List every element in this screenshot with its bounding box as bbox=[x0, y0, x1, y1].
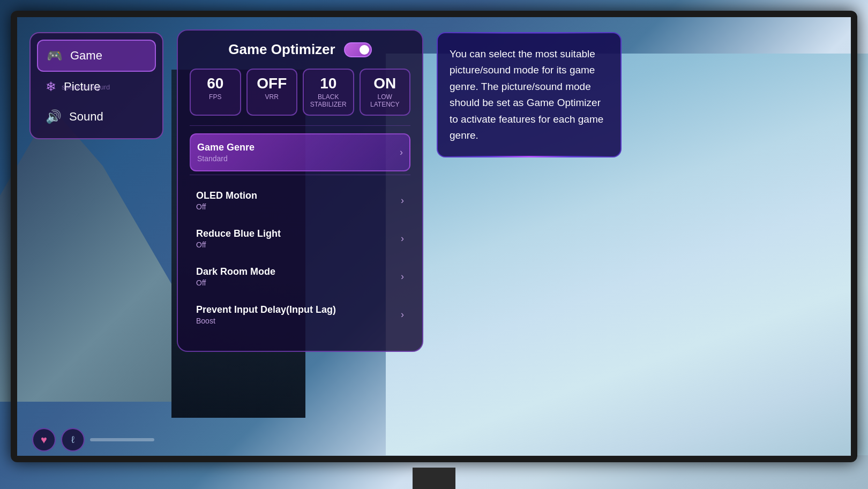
oled-motion-value: Off bbox=[196, 202, 257, 211]
dark-room-mode-value: Off bbox=[196, 279, 275, 287]
prevent-input-delay-content: Prevent Input Delay(Input Lag) Boost bbox=[196, 304, 336, 325]
reduce-blue-light-content: Reduce Blue Light Off bbox=[196, 228, 281, 249]
sidebar: 🎮 Game ❄ Picture 🔊 Sound bbox=[29, 32, 163, 139]
hud-bottom: ♥ ℓ bbox=[32, 428, 154, 452]
prevent-input-delay-arrow: › bbox=[401, 309, 404, 320]
stat-ll-label: Low Latency bbox=[365, 93, 406, 108]
reduce-blue-light-title: Reduce Blue Light bbox=[196, 228, 281, 239]
panel-header: Game Optimizer bbox=[190, 41, 410, 58]
dark-room-mode-title: Dark Room Mode bbox=[196, 266, 275, 277]
menu-item-game-genre[interactable]: Game Genre Standard › bbox=[190, 133, 410, 171]
reduce-blue-light-arrow: › bbox=[401, 233, 404, 244]
optimizer-toggle[interactable] bbox=[344, 42, 372, 57]
panel-title: Game Optimizer bbox=[228, 41, 335, 58]
stats-row: 60 FPS OFF VRR 10 Black Stabilizer ON Lo… bbox=[190, 69, 410, 116]
sidebar-item-game-label: Game bbox=[70, 49, 102, 63]
info-panel: You can select the most suitable picture… bbox=[437, 32, 622, 157]
stat-fps-label: FPS bbox=[195, 93, 236, 101]
sound-icon: 🔊 bbox=[46, 109, 62, 124]
panel-divider bbox=[190, 125, 410, 126]
stat-ll-value: ON bbox=[365, 76, 406, 91]
hud-health-bar bbox=[90, 438, 154, 441]
prevent-input-delay-value: Boost bbox=[196, 317, 336, 325]
info-text: You can select the most suitable picture… bbox=[450, 46, 609, 144]
game-genre-content: Game Genre Standard bbox=[197, 142, 255, 163]
oled-motion-title: OLED Motion bbox=[196, 190, 257, 201]
stat-black-stabilizer[interactable]: 10 Black Stabilizer bbox=[303, 69, 354, 116]
menu-item-prevent-input-delay[interactable]: Prevent Input Delay(Input Lag) Boost › bbox=[190, 297, 410, 333]
dark-room-mode-arrow: › bbox=[401, 271, 404, 282]
sidebar-item-game[interactable]: 🎮 Game bbox=[37, 40, 156, 72]
dark-room-mode-content: Dark Room Mode Off bbox=[196, 266, 275, 287]
game-genre-title: Game Genre bbox=[197, 142, 255, 153]
stat-fps[interactable]: 60 FPS bbox=[190, 69, 241, 116]
menu-item-dark-room-mode[interactable]: Dark Room Mode Off › bbox=[190, 259, 410, 295]
stat-vrr-label: VRR bbox=[252, 93, 293, 101]
reduce-blue-light-value: Off bbox=[196, 240, 281, 249]
sidebar-item-sound[interactable]: 🔊 Sound bbox=[37, 102, 156, 132]
oled-motion-content: OLED Motion Off bbox=[196, 190, 257, 211]
stat-vrr-value: OFF bbox=[252, 76, 293, 91]
stat-vrr[interactable]: OFF VRR bbox=[246, 69, 298, 116]
menu-item-reduce-blue-light[interactable]: Reduce Blue Light Off › bbox=[190, 221, 410, 257]
menu-item-oled-motion[interactable]: OLED Motion Off › bbox=[190, 183, 410, 219]
stat-bs-label: Black Stabilizer bbox=[308, 93, 349, 108]
tv-bezel bbox=[413, 468, 455, 489]
stat-bs-value: 10 bbox=[308, 76, 349, 91]
hud-circle-icon: ℓ bbox=[61, 428, 85, 452]
picture-icon: ❄ bbox=[46, 79, 56, 94]
stat-fps-value: 60 bbox=[195, 76, 236, 91]
sidebar-item-sound-label: Sound bbox=[69, 110, 103, 124]
hud-heart-icon: ♥ bbox=[32, 428, 56, 452]
game-genre-value: Standard bbox=[197, 154, 255, 163]
prevent-input-delay-title: Prevent Input Delay(Input Lag) bbox=[196, 304, 336, 315]
main-panel: Game Optimizer 60 FPS OFF VRR 10 Black S… bbox=[177, 29, 423, 352]
sidebar-item-picture-label: Picture bbox=[64, 80, 100, 94]
oled-motion-arrow: › bbox=[401, 195, 404, 206]
stat-low-latency[interactable]: ON Low Latency bbox=[360, 69, 411, 116]
game-icon: 🎮 bbox=[47, 48, 63, 63]
sidebar-item-picture[interactable]: ❄ Picture bbox=[37, 72, 156, 102]
panel-divider-2 bbox=[190, 175, 410, 175]
game-genre-arrow: › bbox=[400, 147, 403, 158]
